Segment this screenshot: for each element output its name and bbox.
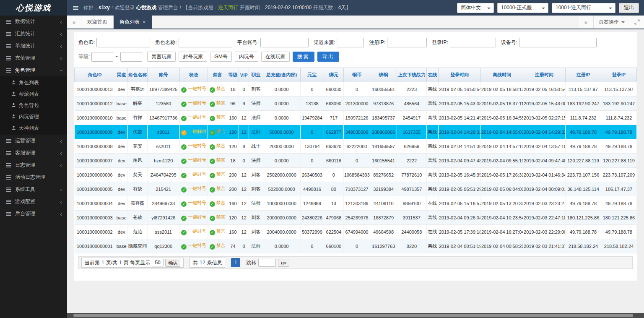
language-select[interactable]: 简体中文	[457, 3, 494, 13]
horizontal-scrollbar[interactable]	[67, 313, 644, 318]
search-button[interactable]: 搜索	[293, 52, 314, 62]
cell-mute[interactable]: ✓禁言	[208, 239, 227, 253]
level-min-input[interactable]	[91, 52, 113, 62]
platform-account-input[interactable]	[260, 38, 309, 47]
hamburger-icon[interactable]	[73, 6, 78, 10]
cell-mute[interactable]: ✓禁言	[208, 196, 227, 211]
page-size-input[interactable]	[152, 259, 164, 266]
scrollbar-thumb[interactable]	[73, 314, 633, 317]
form-field-role-id: 角色ID:	[78, 38, 150, 47]
sidebar-subitem-内玩管理[interactable]: 内玩管理	[0, 111, 67, 123]
sidebar-item-运营管理[interactable]: 运营管理‹	[0, 135, 67, 147]
logout-button[interactable]: 退出	[619, 3, 639, 13]
login-ip-input[interactable]	[450, 38, 496, 47]
filter-button-internal-accounts[interactable]: 内玩号	[235, 52, 258, 62]
cell-mute[interactable]: ✓禁言	[208, 225, 227, 239]
level-max-input[interactable]	[120, 52, 142, 62]
sidebar-item-数据统计[interactable]: 数据统计‹	[0, 16, 67, 28]
cell-mute[interactable]: ✓禁言	[208, 82, 227, 96]
cell-status[interactable]: ✓一键封号	[179, 82, 208, 96]
sidebar-subitem-天神列表[interactable]: 天神列表	[0, 123, 67, 134]
cell-mute[interactable]: ✓禁言	[208, 125, 227, 139]
cell-job: 刺客	[249, 168, 263, 182]
table-row[interactable]: 10001000000009dev伏嫒s2011✓一键解封✓禁言12012法师5…	[75, 125, 637, 139]
filter-button-banned-players[interactable]: 封号玩家	[179, 52, 207, 62]
cell-level: 18	[227, 82, 239, 96]
cell-status[interactable]: ✓一键封号	[179, 111, 208, 125]
confirm-page-size-button[interactable]: 确认	[165, 259, 180, 267]
role-name-input[interactable]	[179, 38, 232, 47]
sidebar-subitem-角色背包[interactable]: 角色背包	[0, 100, 67, 111]
filter-button-gm-accounts[interactable]: GM号	[210, 52, 231, 62]
column-header: 禁言	[208, 68, 227, 82]
cell-status[interactable]: ✓一键封号	[179, 154, 208, 168]
cell-status[interactable]: ✓一键封号	[179, 211, 208, 225]
cell-mute[interactable]: ✓禁言	[208, 139, 227, 154]
cell-status[interactable]: ✓一键封号	[179, 196, 208, 211]
close-icon[interactable]: ×	[143, 19, 146, 25]
cell-status[interactable]: ✓一键解封	[179, 125, 208, 139]
sidebar-item-客服管理[interactable]: 客服管理‹	[0, 147, 67, 159]
channel-source-input[interactable]	[337, 38, 364, 47]
cell-status[interactable]: ✓一键封号	[179, 96, 208, 111]
device-id-input[interactable]	[519, 38, 597, 47]
cell-status[interactable]: ✓一键封号	[179, 225, 208, 239]
cell-offline-power: 3911537	[397, 211, 426, 225]
table-row[interactable]: 10001000000006dev焚天Z464704295✓一键封号✓禁言200…	[75, 168, 637, 182]
jump-page-input[interactable]	[258, 259, 276, 267]
sidebar-item-后台管理[interactable]: 后台管理‹	[0, 208, 67, 220]
sidebar-item-单服统计[interactable]: 单服统计‹	[0, 40, 67, 52]
table-row[interactable]: 10001000000001base隐藏空间qq12300✓一键封号✓禁言740…	[75, 239, 637, 253]
table-row[interactable]: 10001000000012base解薔123580✓一键封号✓禁言969法师0…	[75, 96, 637, 111]
page-1-button[interactable]: 1	[231, 258, 240, 267]
cell-mute[interactable]: ✓禁言	[208, 168, 227, 182]
server-group-select[interactable]: 10000-正式服	[497, 3, 548, 13]
tabs-scroll-right-icon[interactable]: »	[579, 16, 593, 29]
tab-operations-dropdown[interactable]: 页签操作	[593, 16, 630, 29]
table-row[interactable]: 10001000000002dev范范sss2011✓一键封号✓禁言16012刺…	[75, 225, 637, 239]
server-select[interactable]: 10001-逆天而行	[552, 3, 615, 13]
fullscreen-icon[interactable]	[630, 16, 644, 29]
cell-status[interactable]: ✓一键封号	[179, 182, 208, 196]
cell-channel: dev	[115, 182, 128, 196]
sidebar-item-游戏配置[interactable]: 游戏配置‹	[0, 195, 67, 208]
sidebar-item-充值管理[interactable]: 充值管理‹	[0, 52, 67, 64]
cell-mute[interactable]: ✓禁言	[208, 96, 227, 111]
cell-status[interactable]: ✓一键封号	[179, 239, 208, 253]
role-id-input[interactable]	[96, 38, 150, 47]
table-row[interactable]: 10001000000004dev慕容薇284969733✓一键封号✓禁言160…	[75, 196, 637, 211]
export-button[interactable]: 导出	[317, 52, 339, 62]
tabs-scroll-left-icon[interactable]: «	[67, 16, 81, 29]
table-row[interactable]: 10001000000013dev韦嘉远18977389425✓一键封号✓禁言1…	[75, 82, 637, 96]
sidebar-item-汇总统计[interactable]: 汇总统计‹	[0, 28, 67, 40]
register-ip-input[interactable]	[387, 38, 427, 47]
total-count-number: 12	[200, 260, 205, 266]
chevron-left-icon: ‹	[60, 199, 62, 205]
filter-button-muted-players[interactable]: 禁言玩家	[147, 52, 176, 62]
mute-label: 禁言	[216, 243, 226, 248]
role-list-panel: 角色ID:角色名称:平台账号:渠道来源:注册IP:登录IP:设备号: 等级: ~…	[74, 32, 637, 281]
tab-欢迎首页[interactable]: 欢迎首页	[81, 16, 114, 29]
table-row[interactable]: 10001000000005dev有缺215421✓一键封号✓禁言20012刺客…	[75, 182, 637, 196]
sidebar-subitem-帮派列表[interactable]: 帮派列表	[0, 89, 67, 100]
table-row[interactable]: 10001000000010base竹挮13467917736✓一键封号✓禁言1…	[75, 111, 637, 125]
sidebar-item-日志管理[interactable]: 日志管理‹	[0, 159, 67, 171]
cell-mute[interactable]: ✓禁言	[208, 111, 227, 125]
cell-mute[interactable]: ✓禁言	[208, 154, 227, 168]
sidebar-subitem-角色列表[interactable]: 角色列表	[0, 77, 67, 89]
cell-mute[interactable]: ✓禁言	[208, 182, 227, 196]
tab-角色列表[interactable]: 角色列表×	[114, 16, 152, 29]
sidebar-item-系统工具[interactable]: 系统工具‹	[0, 183, 67, 195]
cell-mute[interactable]: ✓禁言	[208, 211, 227, 225]
table-row[interactable]: 10001000000003base苍赦yl87291426✓一键封号✓禁言12…	[75, 211, 637, 225]
table-row[interactable]: 10001000000008dev花安ss2011✓一键封号✓禁言1208战士2…	[75, 139, 637, 154]
cell-status[interactable]: ✓一键封号	[179, 139, 208, 154]
cell-login-time: 2019-02-04 09:26:04	[438, 211, 480, 225]
table-row[interactable]: 10001000000007dev晚风hzm1220✓一键封号✓禁言180法师0…	[75, 154, 637, 168]
sidebar-item-角色管理[interactable]: 角色管理‹	[0, 64, 67, 76]
sidebar-item-活动日志管理[interactable]: 活动日志管理	[0, 171, 67, 183]
tab-label: 角色列表	[119, 18, 140, 26]
cell-status[interactable]: ✓一键封号	[179, 168, 208, 182]
jump-go-button[interactable]: go	[278, 259, 289, 267]
filter-button-online-players[interactable]: 在线玩家	[261, 52, 290, 62]
